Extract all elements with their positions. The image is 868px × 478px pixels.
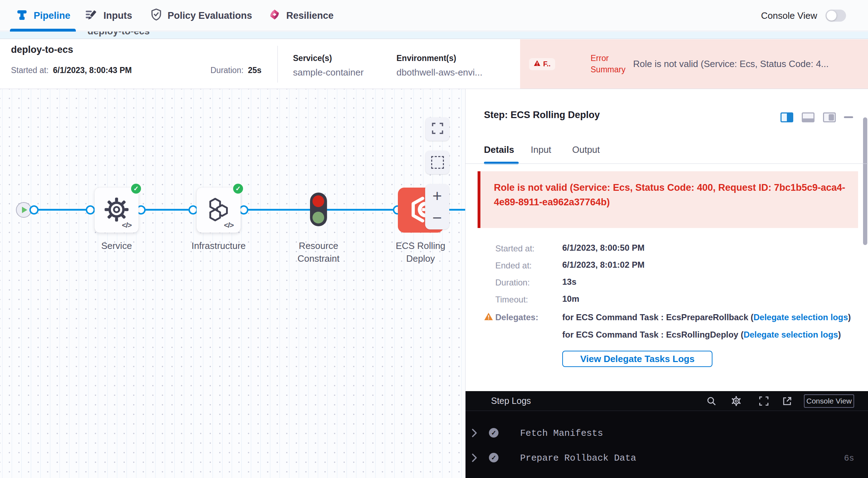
code-icon: </> bbox=[224, 221, 233, 229]
log-success-check-icon: ✓ bbox=[489, 453, 498, 462]
run-header: deploy-to-ecs Started at: 6/1/2023, 8:00… bbox=[0, 39, 868, 89]
green-light-icon bbox=[312, 212, 324, 223]
node-service[interactable] bbox=[95, 188, 139, 233]
node-infrastructure-label: Infrastructure bbox=[180, 239, 258, 252]
red-light-icon bbox=[312, 195, 324, 207]
shield-check-icon bbox=[151, 8, 162, 23]
view-delegate-tasks-logs-button[interactable]: View Delegate Tasks Logs bbox=[562, 351, 712, 367]
pipeline-canvas[interactable]: ✓ </> Service ✓ </> Infrastructure Re bbox=[0, 89, 465, 478]
layout-right-panel-icon[interactable] bbox=[780, 112, 793, 122]
clipped-pipeline-name: deploy-to-ecs bbox=[88, 32, 868, 37]
tab-details[interactable]: Details bbox=[484, 144, 514, 155]
detail-value-started: 6/1/2023, 8:00:50 PM bbox=[562, 243, 644, 253]
started-at-row: Started at: 6/1/2023, 8:00:43 PM bbox=[11, 66, 132, 75]
open-external-logs-button[interactable] bbox=[782, 395, 793, 407]
detail-label-timeout: Timeout: bbox=[495, 295, 528, 305]
tab-output[interactable]: Output bbox=[572, 144, 600, 155]
services-value: sample-container bbox=[293, 67, 363, 78]
marquee-select-icon bbox=[431, 156, 444, 169]
node-service-label: Service bbox=[78, 239, 156, 252]
tab-pipeline-label: Pipeline bbox=[34, 10, 71, 21]
canvas-select-button[interactable] bbox=[425, 151, 449, 174]
delegate-entry: for ECS Command Task : EcsPrepareRollbac… bbox=[562, 312, 868, 323]
tab-resilience-label: Resilience bbox=[286, 10, 334, 21]
step-error-message: Role is not valid (Service: Ecs, Status … bbox=[494, 182, 845, 207]
error-summary-label: Error Summary bbox=[591, 53, 632, 75]
duration-row: Duration: 25s bbox=[210, 66, 261, 75]
node-resource-constraint-label: Resource Constraint bbox=[283, 239, 354, 265]
step-panel-title: Step: ECS Rolling Deploy bbox=[484, 110, 600, 121]
delegates-list: for ECS Command Task : EcsPrepareRollbac… bbox=[562, 312, 868, 346]
environments-value: dbothwell-aws-envi... bbox=[396, 67, 483, 78]
log-row-duration: 6s bbox=[844, 454, 854, 463]
toggle-knob bbox=[827, 11, 836, 21]
console-view-label: Console View bbox=[761, 0, 817, 31]
success-check-icon: ✓ bbox=[130, 183, 142, 194]
delegate-selection-logs-link[interactable]: Delegate selection logs bbox=[744, 330, 838, 339]
expand-logs-button[interactable] bbox=[758, 395, 770, 407]
log-settings-button[interactable] bbox=[731, 395, 742, 407]
inputs-icon bbox=[85, 9, 98, 23]
step-logs-header: Step Logs Console View bbox=[466, 391, 868, 411]
detail-label-delegates: Delegates: bbox=[495, 312, 538, 322]
logs-console-view-button[interactable]: Console View bbox=[804, 394, 854, 408]
log-success-check-icon: ✓ bbox=[489, 428, 498, 438]
log-row-label: Prepare Rollback Data bbox=[520, 453, 636, 463]
layout-inner-rect bbox=[829, 114, 834, 121]
connector-port bbox=[86, 205, 95, 215]
error-summary-text: Role is not valid (Service: Ecs, Status … bbox=[633, 59, 868, 70]
delegate-entry-prefix: for ECS Command Task : EcsRollingDeploy … bbox=[562, 330, 744, 339]
detail-label-ended: Ended at: bbox=[495, 261, 532, 271]
detail-label-duration: Duration: bbox=[495, 278, 530, 288]
error-summary-strip: F.. Error Summary Role is not valid (Ser… bbox=[520, 39, 868, 89]
log-row-prepare-rollback-data[interactable]: ✓ Prepare Rollback Data 6s bbox=[466, 451, 868, 466]
hexagons-icon bbox=[206, 197, 231, 224]
log-row-fetch-manifests[interactable]: ✓ Fetch Manifests bbox=[466, 427, 868, 441]
app-root: Pipeline Inputs Policy Evaluations Resil… bbox=[0, 0, 868, 478]
pipeline-icon bbox=[16, 9, 28, 23]
canvas-fullscreen-button[interactable] bbox=[425, 117, 449, 141]
zoom-out-button[interactable]: − bbox=[433, 210, 442, 226]
environments-label: Environment(s) bbox=[396, 54, 456, 63]
node-infrastructure[interactable] bbox=[197, 188, 241, 233]
delegates-warning-icon bbox=[484, 312, 493, 322]
started-at-label: Started at: bbox=[11, 66, 49, 75]
layout-floating-panel-icon[interactable] bbox=[823, 112, 836, 122]
delegate-entry-suffix: ) bbox=[838, 330, 841, 339]
top-nav: Pipeline Inputs Policy Evaluations Resil… bbox=[0, 0, 868, 31]
services-label: Service(s) bbox=[293, 54, 332, 63]
tab-resilience[interactable]: Resilience bbox=[269, 0, 334, 31]
step-logs-section: Step Logs Console View ✓ bbox=[466, 391, 868, 478]
console-view-toggle[interactable] bbox=[825, 10, 846, 22]
detail-value-duration: 13s bbox=[562, 277, 576, 287]
duration-label: Duration: bbox=[210, 66, 243, 75]
minimize-panel-button[interactable] bbox=[844, 116, 853, 118]
delegate-selection-logs-link[interactable]: Delegate selection logs bbox=[754, 312, 848, 322]
warning-triangle-icon bbox=[534, 60, 541, 68]
search-logs-button[interactable] bbox=[706, 395, 717, 407]
connector-port bbox=[29, 205, 39, 215]
gear-icon bbox=[104, 197, 129, 224]
tab-inputs-label: Inputs bbox=[103, 10, 132, 21]
delegate-entry-suffix: ) bbox=[848, 312, 851, 322]
connector-line bbox=[139, 209, 197, 211]
tab-inputs[interactable]: Inputs bbox=[85, 0, 132, 31]
play-icon bbox=[22, 207, 27, 213]
pipeline-name-title: deploy-to-ecs bbox=[11, 44, 73, 55]
tab-input[interactable]: Input bbox=[531, 144, 551, 155]
node-resource-constraint[interactable] bbox=[310, 193, 327, 226]
tab-pipeline[interactable]: Pipeline bbox=[16, 0, 71, 31]
canvas-zoom-panel: + − bbox=[425, 184, 449, 229]
node-ecs-rolling-deploy-label: ECS Rolling Deploy bbox=[385, 239, 456, 265]
layout-bottom-panel-icon[interactable] bbox=[802, 112, 815, 122]
failed-badge-text: F.. bbox=[543, 60, 551, 68]
zoom-in-button[interactable]: + bbox=[433, 188, 442, 204]
duration-value: 25s bbox=[248, 66, 261, 75]
chevron-right-icon[interactable] bbox=[471, 453, 478, 464]
failed-status-badge: F.. bbox=[529, 58, 555, 70]
active-tab-underline bbox=[10, 29, 76, 32]
delegate-entry: for ECS Command Task : EcsRollingDeploy … bbox=[562, 329, 868, 340]
tab-policy-evaluations[interactable]: Policy Evaluations bbox=[151, 0, 252, 31]
chevron-right-icon[interactable] bbox=[471, 428, 478, 439]
panel-scrollbar-thumb[interactable] bbox=[863, 117, 867, 245]
